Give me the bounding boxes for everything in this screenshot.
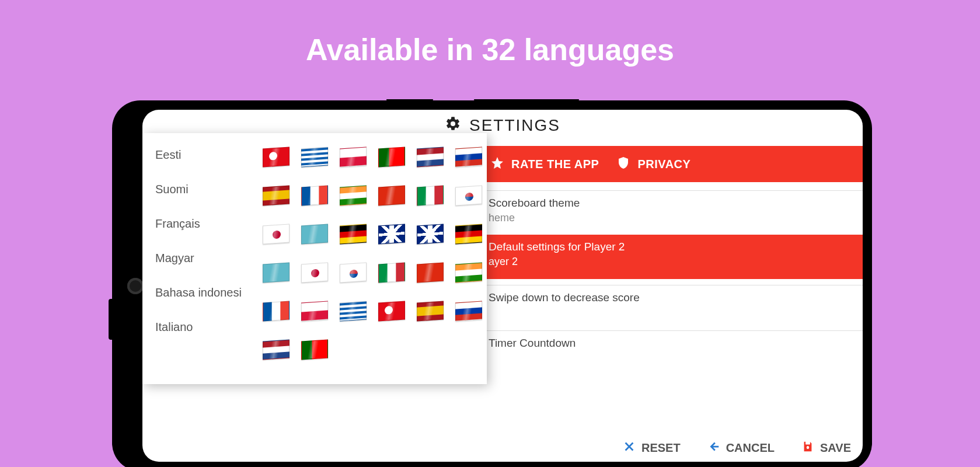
phone-camera (127, 278, 144, 294)
flag-ru-icon[interactable] (455, 301, 482, 321)
flag-nl-icon[interactable] (417, 147, 444, 167)
flag-gb-icon[interactable] (378, 224, 405, 244)
star-icon (490, 156, 504, 173)
settings-title: SETTINGS (469, 116, 560, 135)
phone-frame: SETTINGS RATE THE APP PRIVACY Scoreboard… (112, 100, 872, 467)
flag-fr-icon[interactable] (301, 185, 328, 205)
svg-rect-0 (805, 442, 810, 445)
flag-pl-icon[interactable] (301, 301, 328, 321)
flag-wo-icon[interactable] (263, 262, 290, 283)
setting-swipe-decrease[interactable]: Swipe down to decrease score (486, 285, 863, 310)
flag-cn-icon[interactable] (417, 262, 444, 283)
save-label: SAVE (820, 441, 851, 455)
setting-timer-countdown[interactable]: Timer Countdown (486, 330, 863, 356)
app-screen: SETTINGS RATE THE APP PRIVACY Scoreboard… (142, 110, 863, 462)
language-option[interactable]: Italiano (155, 310, 259, 344)
flag-gb-icon[interactable] (417, 224, 444, 244)
close-icon (623, 440, 636, 456)
setting-scoreboard-theme[interactable]: Scoreboard theme heme (486, 190, 863, 230)
top-action-bar: RATE THE APP PRIVACY (477, 146, 863, 182)
flag-de-icon[interactable] (340, 224, 367, 244)
flag-es-icon[interactable] (263, 185, 290, 205)
privacy-label: PRIVACY (637, 158, 690, 171)
flag-ru-icon[interactable] (455, 147, 482, 167)
svg-point-1 (807, 447, 810, 449)
flag-tr-icon[interactable] (378, 301, 405, 321)
language-option[interactable]: Français (155, 207, 259, 241)
flag-in-icon[interactable] (455, 262, 482, 283)
reset-button[interactable]: RESET (623, 440, 681, 456)
flag-it-icon[interactable] (417, 185, 444, 205)
phone-notch (474, 99, 579, 104)
save-icon (801, 440, 814, 456)
flag-tr-icon[interactable] (263, 147, 290, 167)
flag-es-icon[interactable] (417, 301, 444, 321)
phone-side-button (109, 299, 112, 340)
language-option[interactable]: Suomi (155, 172, 259, 207)
page-headline: Available in 32 languages (0, 0, 980, 67)
setting-sub: ayer 2 (489, 256, 856, 268)
flag-it-icon[interactable] (378, 262, 405, 283)
flag-jp-icon[interactable] (263, 224, 290, 244)
rate-app-button[interactable]: RATE THE APP (490, 156, 599, 173)
flag-fr-icon[interactable] (263, 301, 290, 321)
setting-player2-defaults[interactable]: Default settings for Player 2 ayer 2 (486, 235, 863, 279)
flag-pt-icon[interactable] (378, 147, 405, 167)
flag-wo-icon[interactable] (301, 224, 328, 244)
flag-nl-icon[interactable] (263, 339, 290, 360)
reset-label: RESET (641, 441, 681, 455)
arrow-left-icon (707, 440, 720, 456)
flag-kr-icon[interactable] (340, 262, 367, 283)
flag-pl-icon[interactable] (340, 147, 367, 167)
shield-icon (616, 156, 630, 173)
flag-de-icon[interactable] (455, 224, 482, 244)
language-option[interactable]: Bahasa indonesi (155, 276, 259, 310)
flag-kr-icon[interactable] (455, 185, 482, 205)
rate-app-label: RATE THE APP (511, 158, 599, 171)
flag-jp-icon[interactable] (301, 262, 328, 283)
flag-grid[interactable] (259, 139, 486, 368)
setting-label: Swipe down to decrease score (489, 291, 856, 304)
privacy-button[interactable]: PRIVACY (616, 156, 690, 173)
setting-label: Scoreboard theme (489, 197, 856, 210)
flag-in-icon[interactable] (340, 185, 367, 205)
setting-label: Timer Countdown (489, 337, 856, 350)
flag-cn-icon[interactable] (378, 185, 405, 205)
setting-label: Default settings for Player 2 (489, 241, 856, 253)
language-popup: EestiSuomiFrançaisMagyarBahasa indonesiI… (142, 133, 487, 384)
flag-gr-icon[interactable] (340, 301, 367, 321)
cancel-button[interactable]: CANCEL (707, 440, 775, 456)
language-option[interactable]: Magyar (155, 241, 259, 276)
save-button[interactable]: SAVE (801, 440, 851, 456)
cancel-label: CANCEL (726, 441, 775, 455)
language-option[interactable]: Eesti (155, 138, 259, 172)
language-list[interactable]: EestiSuomiFrançaisMagyarBahasa indonesiI… (142, 133, 259, 384)
footer-actions: RESET CANCEL SAVE (623, 440, 851, 456)
flag-pt-icon[interactable] (301, 339, 328, 360)
setting-sub: heme (489, 212, 856, 224)
flag-gr-icon[interactable] (301, 147, 328, 167)
phone-notch (386, 99, 433, 103)
